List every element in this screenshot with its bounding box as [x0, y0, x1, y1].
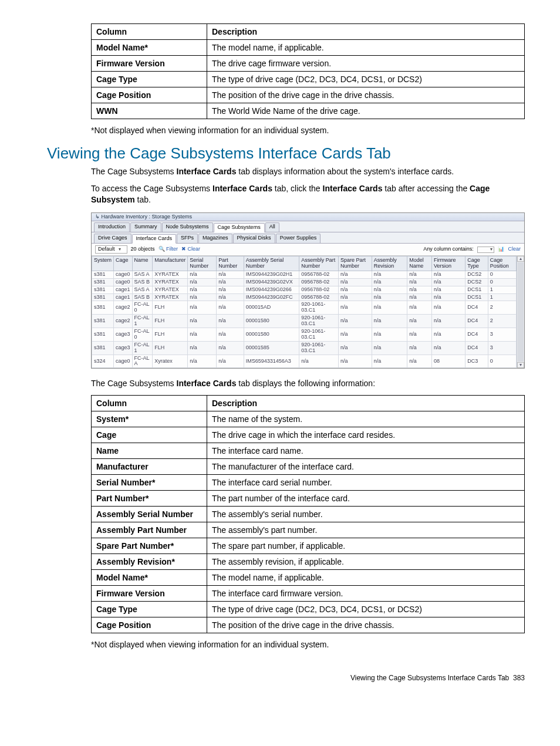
grid-cell: n/a	[432, 286, 465, 293]
column-name: Part Number*	[92, 491, 207, 507]
table-row: System*The name of the system.	[92, 411, 525, 427]
column-description-table-1: Column Description Model Name*The model …	[91, 23, 525, 119]
column-description: The drive cage firmware version.	[207, 56, 525, 72]
any-column-dropdown[interactable]	[477, 247, 495, 253]
column-name: Assembly Serial Number	[92, 507, 207, 522]
table-row: Spare Part Number*The spare part number,…	[92, 538, 525, 554]
grid-header[interactable]: Cage Type	[465, 256, 488, 271]
grid-row[interactable]: s381cage1SAS BXYRATEXn/an/aIMS0944239G02…	[92, 293, 517, 301]
tab-sfps[interactable]: SFPs	[177, 234, 198, 243]
grid-header[interactable]: Serial Number	[188, 256, 217, 271]
grid-header[interactable]: Name	[132, 256, 153, 271]
grid-row[interactable]: s381cage0SAS BXYRATEXn/an/aIMS0944239G02…	[92, 278, 517, 286]
grid-header[interactable]: Spare Part Number	[339, 256, 372, 271]
grid-header[interactable]: Assembly Part Number	[299, 256, 339, 271]
tab-interface-cards[interactable]: Interface Cards	[132, 234, 177, 244]
column-description-table-2: Column Description System*The name of th…	[91, 395, 525, 633]
column-name: Spare Part Number*	[92, 538, 207, 554]
tab-summary[interactable]: Summary	[130, 222, 161, 232]
grid-cell: n/a	[432, 301, 465, 315]
grid-row[interactable]: s324cage0FC-AL AXyratexn/an/aIMS65943314…	[92, 355, 517, 368]
column-name: Assembly Revision*	[92, 554, 207, 570]
column-name: Cage	[92, 427, 207, 443]
column-description: The assembly's serial number.	[207, 507, 525, 522]
grid-cell: SAS B	[132, 278, 153, 286]
column-name: Assembly Part Number	[92, 522, 207, 538]
any-column-label: Any column contains:	[423, 247, 474, 252]
grid-cell: cage1	[114, 286, 133, 293]
table-row: Assembly Serial NumberThe assembly's ser…	[92, 507, 525, 522]
grid-cell: 0	[488, 355, 516, 368]
grid-header[interactable]: Manufacturer	[153, 256, 188, 271]
table-row: Serial Number*The interface card serial …	[92, 475, 525, 491]
scroll-thumb[interactable]	[518, 262, 524, 362]
grid-header[interactable]: Assembly Serial Number	[244, 256, 299, 271]
grid-header[interactable]: Cage	[114, 256, 133, 271]
grid-cell: FC-AL A	[132, 355, 153, 368]
export-icon[interactable]: 📊	[498, 247, 504, 252]
grid-cell: n/a	[188, 278, 217, 286]
grid-cell: s381	[92, 328, 114, 342]
grid-cell: DC4	[465, 301, 488, 315]
grid-cell: n/a	[407, 301, 432, 315]
clear-link-2[interactable]: Clear	[508, 247, 521, 252]
grid-header[interactable]: Part Number	[217, 256, 244, 271]
grid-header[interactable]: System	[92, 256, 114, 271]
tab-magazines[interactable]: Magazines	[198, 234, 232, 243]
grid-cell: s324	[92, 355, 114, 368]
clear-link[interactable]: ✖ Clear	[181, 247, 200, 252]
grid-cell: s381	[92, 293, 114, 301]
grid-cell: n/a	[188, 355, 217, 368]
grid-cell: n/a	[188, 293, 217, 301]
tab-drive-cages[interactable]: Drive Cages	[94, 234, 131, 243]
grid-row[interactable]: s381cage3FC-AL 0FLHn/an/a00001580920-106…	[92, 328, 517, 342]
filter-link[interactable]: 🔍 Filter	[158, 247, 178, 252]
grid-row[interactable]: s381cage0SAS AXYRATEXn/an/aIMS0944239G02…	[92, 271, 517, 278]
column-name: System*	[92, 411, 207, 427]
grid-cell: n/a	[339, 355, 372, 368]
column-name: Cage Type	[92, 602, 207, 617]
scrollbar[interactable]: ▴ ▾	[517, 256, 524, 368]
table-row: Cage TypeThe type of drive cage (DC2, DC…	[92, 72, 525, 87]
grid-cell: FC-AL 1	[132, 315, 153, 328]
grid-row[interactable]: s381cage2FC-AL 1FLHn/an/a00001580920-106…	[92, 315, 517, 328]
grid-row[interactable]: s381cage2FC-AL 0FLHn/an/a000015AD920-106…	[92, 301, 517, 315]
grid-row[interactable]: s381cage1SAS AXYRATEXn/an/aIMS0944239G02…	[92, 286, 517, 293]
grid-cell: n/a	[407, 328, 432, 342]
grid-cell: n/a	[339, 315, 372, 328]
grid-cell: s381	[92, 278, 114, 286]
grid-cell: n/a	[372, 278, 407, 286]
tab-all[interactable]: All	[265, 222, 279, 232]
scroll-up-icon[interactable]: ▴	[517, 256, 524, 262]
grid-cell: IMS0944239G02H1	[244, 271, 299, 278]
grid-header[interactable]: Assembly Revision	[372, 256, 407, 271]
tab-introduction[interactable]: Introduction	[94, 222, 130, 232]
grid-cell: 0	[488, 271, 516, 278]
grid-cell: XYRATEX	[153, 271, 188, 278]
grid-cell: 00001585	[244, 341, 299, 355]
grid-cell: 920-1061-03.C1	[299, 341, 339, 355]
grid-cell: n/a	[339, 278, 372, 286]
grid-cell: XYRATEX	[153, 278, 188, 286]
intro-paragraph-3: The Cage Subsystems Interface Cards tab …	[91, 378, 525, 389]
tab-node-subsystems[interactable]: Node Subsystems	[162, 222, 213, 232]
grid-header[interactable]: Cage Position	[488, 256, 516, 271]
grid-cell: 0956788-02	[299, 271, 339, 278]
grid-cell: s381	[92, 271, 114, 278]
grid-cell: 3	[488, 328, 516, 342]
grid-header[interactable]: Model Name	[407, 256, 432, 271]
tab-physical-disks[interactable]: Physical Disks	[233, 234, 275, 243]
table-row: Cage PositionThe position of the drive c…	[92, 617, 525, 633]
grid-cell: FC-AL 0	[132, 301, 153, 315]
column-description: The model name, if applicable.	[207, 40, 525, 56]
view-dropdown[interactable]: Default	[95, 245, 127, 254]
tab-cage-subsystems[interactable]: Cage Subsystems	[214, 223, 265, 232]
column-name: Name	[92, 443, 207, 459]
grid-header[interactable]: Firmware Version	[432, 256, 465, 271]
column-name: Cage Position	[92, 617, 207, 633]
intro-paragraph-1: The Cage Subsystems Interface Cards tab …	[91, 166, 525, 177]
tab-power-supplies[interactable]: Power Supplies	[276, 234, 321, 243]
scroll-down-icon[interactable]: ▾	[517, 362, 524, 368]
grid-row[interactable]: s381cage3FC-AL 1FLHn/an/a00001585920-106…	[92, 341, 517, 355]
grid-cell: 00001580	[244, 328, 299, 342]
